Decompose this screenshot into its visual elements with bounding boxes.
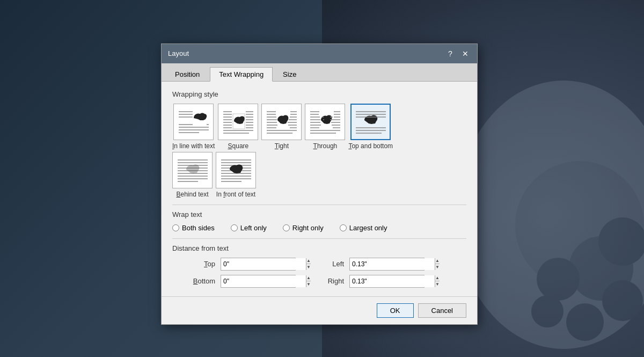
wrap-icon-infront-svg xyxy=(220,156,252,185)
wrap-option-inline[interactable]: In line with text xyxy=(172,104,215,150)
tab-position[interactable]: Position xyxy=(166,67,209,82)
dialog-content: Wrapping style xyxy=(162,82,477,296)
top-input-group: ▲ ▼ xyxy=(221,258,296,271)
wrap-option-infront[interactable]: In front of text xyxy=(216,152,256,198)
right-input[interactable] xyxy=(350,275,435,287)
radio-both-sides[interactable]: Both sides xyxy=(172,224,215,232)
wrap-icon-behind-svg xyxy=(177,156,209,185)
wrap-option-tight[interactable]: Tight xyxy=(261,104,302,150)
left-input[interactable] xyxy=(350,258,435,270)
cancel-button[interactable]: Cancel xyxy=(418,303,466,318)
distance-grid: Top ▲ ▼ Left ▲ ▼ Bottom xyxy=(172,258,466,288)
right-down-btn[interactable]: ▼ xyxy=(435,281,440,287)
radio-right-input[interactable] xyxy=(283,224,290,231)
bottom-input[interactable] xyxy=(221,275,306,287)
right-label: Right xyxy=(301,277,344,285)
dialog-footer: OK Cancel xyxy=(162,296,477,324)
wrap-option-top-bottom[interactable]: Top and bottom xyxy=(348,104,393,150)
wrap-label-through: Through xyxy=(313,142,338,150)
top-input[interactable] xyxy=(221,258,306,270)
bottom-label: Bottom xyxy=(172,277,215,285)
wrapping-style-grid: In line with text xyxy=(172,104,466,150)
radio-largest-only[interactable]: Largest only xyxy=(340,224,387,232)
wrap-label-top-bottom: Top and bottom xyxy=(348,142,393,150)
radio-left-input[interactable] xyxy=(231,224,238,231)
wrap-icon-inline-svg xyxy=(178,107,210,136)
tab-text-wrapping[interactable]: Text Wrapping xyxy=(210,67,273,82)
wrap-option-through[interactable]: Through xyxy=(305,104,345,150)
right-spinner: ▲ ▼ xyxy=(435,275,440,287)
wrap-label-square: Square xyxy=(228,142,249,150)
title-bar: Layout ? ✕ xyxy=(162,44,477,63)
wrap-icon-behind xyxy=(172,152,213,188)
wrap-icon-inline xyxy=(173,104,214,140)
wrap-icon-top-bottom-svg xyxy=(355,107,387,136)
dialog-title: Layout xyxy=(168,49,189,57)
help-button[interactable]: ? xyxy=(445,48,456,59)
divider-1 xyxy=(172,205,466,205)
wrap-label-behind: Behind text xyxy=(176,191,208,198)
right-up-btn[interactable]: ▲ xyxy=(435,275,440,282)
layout-dialog: Layout ? ✕ Position Text Wrapping Size W… xyxy=(161,43,478,325)
tab-bar: Position Text Wrapping Size xyxy=(162,63,477,82)
wrap-icon-square xyxy=(218,104,258,140)
right-input-group: ▲ ▼ xyxy=(349,275,425,288)
tab-size[interactable]: Size xyxy=(274,67,305,82)
wrap-option-square[interactable]: Square xyxy=(218,104,258,150)
divider-2 xyxy=(172,238,466,239)
wrap-label-infront: In front of text xyxy=(216,191,255,198)
radio-right-only[interactable]: Right only xyxy=(283,224,324,232)
wrap-icon-through-svg xyxy=(309,107,341,136)
wrap-icon-tight xyxy=(261,104,302,140)
wrapping-style-grid-row2: Behind text xyxy=(172,152,466,198)
close-button[interactable]: ✕ xyxy=(460,48,471,59)
wrap-label-tight: Tight xyxy=(275,142,289,150)
left-up-btn[interactable]: ▲ xyxy=(435,258,440,265)
radio-left-only[interactable]: Left only xyxy=(231,224,267,232)
bottom-input-group: ▲ ▼ xyxy=(221,275,296,288)
radio-largest-input[interactable] xyxy=(340,224,347,231)
left-spinner: ▲ ▼ xyxy=(435,258,440,270)
wrap-icon-top-bottom xyxy=(350,104,391,140)
ok-button[interactable]: OK xyxy=(377,303,414,318)
title-bar-controls: ? ✕ xyxy=(445,48,471,59)
wrap-icon-tight-svg xyxy=(266,107,298,136)
wrap-option-behind[interactable]: Behind text xyxy=(172,152,213,198)
radio-both-input[interactable] xyxy=(172,224,179,231)
wrap-label-inline: In line with text xyxy=(172,142,215,150)
wrap-text-radio-group: Both sides Left only Right only Largest … xyxy=(172,224,466,232)
distance-title: Distance from text xyxy=(172,244,466,252)
wrap-text-title: Wrap text xyxy=(172,210,466,218)
left-down-btn[interactable]: ▼ xyxy=(435,264,440,270)
top-label: Top xyxy=(172,260,215,268)
wrap-icon-infront xyxy=(216,152,256,188)
wrap-icon-square-svg xyxy=(222,107,254,136)
left-input-group: ▲ ▼ xyxy=(349,258,425,271)
wrap-icon-through xyxy=(305,104,345,140)
left-label: Left xyxy=(301,260,344,268)
wrapping-style-title: Wrapping style xyxy=(172,90,466,98)
